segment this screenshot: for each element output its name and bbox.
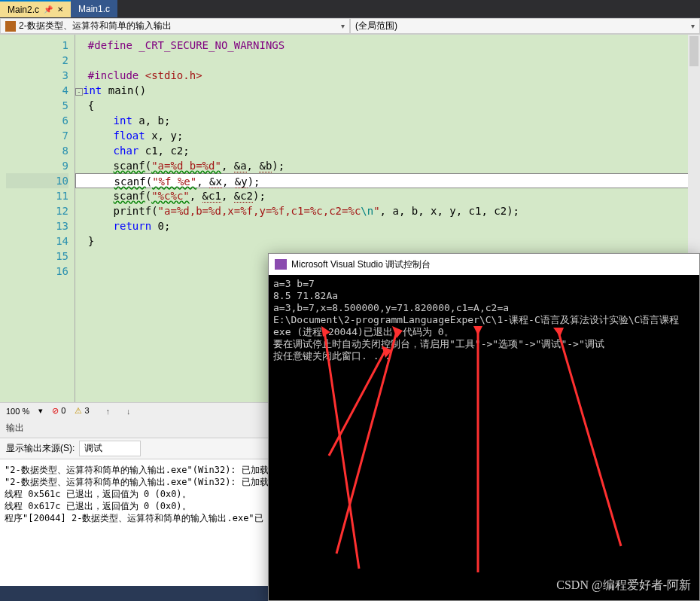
zoom-level[interactable]: 100 % <box>6 407 29 416</box>
tab-label: Main2.c <box>8 5 39 15</box>
scope-right[interactable]: (全局范围) ▾ <box>350 18 700 34</box>
pin-icon[interactable]: 📌 <box>44 5 53 14</box>
chevron-down-icon[interactable]: ▾ <box>341 22 345 30</box>
warning-icon[interactable]: ⚠ <box>75 406 82 415</box>
watermark: CSDN @编程爱好者-阿新 <box>556 578 691 593</box>
scope-file-name: 2-数据类型、运算符和简单的输入输出 <box>19 20 172 32</box>
nav-up-icon[interactable]: ↑ <box>106 407 111 416</box>
chevron-down-icon[interactable]: ▾ <box>691 22 695 30</box>
nav-down-icon[interactable]: ↓ <box>126 407 131 416</box>
vs-icon <box>275 259 287 270</box>
file-tabs: Main2.c 📌 ✕ Main1.c <box>0 0 700 18</box>
svg-line-6 <box>558 332 621 546</box>
scope-toolbar: 2-数据类型、运算符和简单的输入输出 ▾ (全局范围) ▾ <box>0 18 700 35</box>
file-icon <box>5 21 16 32</box>
scope-name: (全局范围) <box>355 20 397 32</box>
console-body[interactable]: a=3 b=7 8.5 71.82Aa a=3,b=7,x=8.500000,y… <box>269 275 699 600</box>
chevron-down-icon[interactable]: ▾ <box>38 406 43 416</box>
svg-marker-5 <box>473 326 482 335</box>
tab-main2[interactable]: Main2.c 📌 ✕ <box>0 0 71 17</box>
line-gutter: 1 2 3 4 5 6 7 8 9 10 11 12 13 14 15 16 <box>0 35 75 402</box>
svg-marker-3 <box>392 326 403 338</box>
close-icon[interactable]: ✕ <box>57 5 63 14</box>
scope-left[interactable]: 2-数据类型、运算符和简单的输入输出 ▾ <box>0 18 350 34</box>
output-source-select[interactable]: 调试 <box>79 441 141 456</box>
debug-console-window[interactable]: Microsoft Visual Studio 调试控制台 a=3 b=7 8.… <box>268 253 700 601</box>
tab-main1[interactable]: Main1.c <box>71 0 117 17</box>
tab-label: Main1.c <box>78 4 110 14</box>
annotation-arrow <box>269 275 700 601</box>
error-icon[interactable]: ⊘ <box>52 406 59 415</box>
console-title-text: Microsoft Visual Studio 调试控制台 <box>291 258 431 271</box>
console-titlebar[interactable]: Microsoft Visual Studio 调试控制台 <box>269 254 699 275</box>
svg-line-2 <box>336 331 397 554</box>
output-source-label: 显示输出来源(S): <box>6 442 75 455</box>
fold-icon[interactable]: - <box>75 88 83 96</box>
